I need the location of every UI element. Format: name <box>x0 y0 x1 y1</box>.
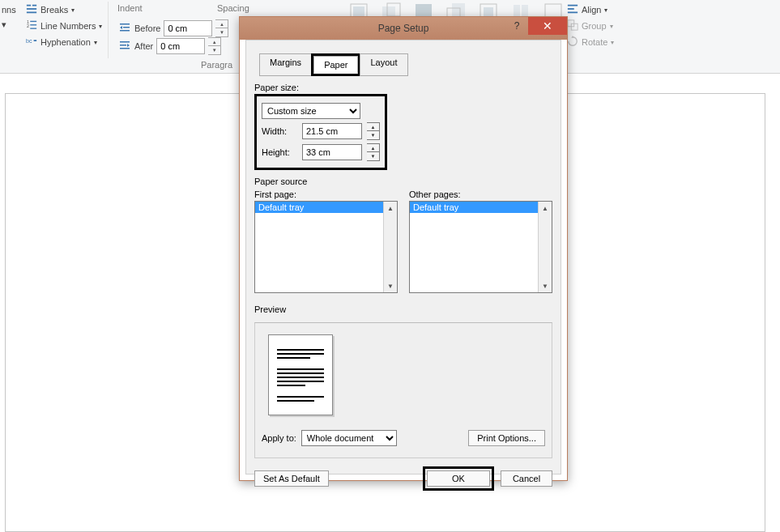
help-button[interactable]: ? <box>505 17 528 35</box>
other-pages-listbox[interactable]: Default tray ▲▼ <box>409 201 552 293</box>
after-label: After <box>134 41 153 51</box>
svg-rect-10 <box>34 40 37 41</box>
indent-left-icon <box>118 21 131 36</box>
svg-text:bc: bc <box>26 38 32 44</box>
svg-rect-5 <box>30 21 36 22</box>
svg-rect-8 <box>30 28 36 29</box>
tab-layout-label: Layout <box>370 57 397 67</box>
print-options-button[interactable]: Print Options... <box>468 430 545 446</box>
paper-size-select[interactable]: Custom size <box>262 103 360 119</box>
paper-source-label: Paper source <box>254 177 552 186</box>
preview-thumbnail <box>268 334 333 415</box>
dialog-titlebar: Page Setup ? ✕ <box>240 17 567 40</box>
tab-paper-label: Paper <box>324 60 347 70</box>
tab-layout[interactable]: Layout <box>360 53 407 76</box>
svg-rect-12 <box>123 27 130 28</box>
indent-after-spinner[interactable]: ▲▼ <box>208 37 221 55</box>
breaks-button[interactable]: Breaks ▾ <box>23 2 78 18</box>
hyphenation-button[interactable]: bc Hyphenation ▾ <box>23 34 100 50</box>
line-numbers-icon: 12 <box>26 19 37 32</box>
scrollbar[interactable]: ▲▼ <box>538 202 552 292</box>
rotate-icon <box>567 36 578 49</box>
before-label: Before <box>134 23 160 33</box>
width-spinner[interactable]: ▲▼ <box>367 122 380 140</box>
preview-box: Apply to: Whole document Print Options..… <box>254 322 552 458</box>
line-numbers-label: Line Numbers <box>40 21 96 31</box>
tab-margins[interactable]: Margins <box>259 53 312 76</box>
svg-rect-14 <box>120 41 130 43</box>
width-input[interactable] <box>302 123 362 139</box>
svg-rect-16 <box>120 48 130 49</box>
svg-rect-15 <box>120 45 126 46</box>
ok-button[interactable]: OK <box>427 470 490 487</box>
first-page-listbox[interactable]: Default tray ▲▼ <box>254 201 398 293</box>
group-icon <box>567 19 578 32</box>
svg-rect-22 <box>452 3 465 16</box>
paper-size-label: Paper size: <box>254 83 552 92</box>
height-spinner[interactable]: ▲▼ <box>367 143 380 161</box>
first-page-item[interactable]: Default tray <box>255 202 397 213</box>
breaks-icon <box>26 3 37 16</box>
set-as-default-button[interactable]: Set As Default <box>254 470 329 487</box>
rotate-label: Rotate <box>582 37 607 47</box>
preview-label: Preview <box>254 304 552 314</box>
svg-rect-0 <box>27 5 31 6</box>
page-setup-dialog: Page Setup ? ✕ Margins Paper Layout Pape… <box>239 16 568 481</box>
align-button[interactable]: Align ▾ <box>564 2 611 18</box>
line-numbers-button[interactable]: 12 Line Numbers ▾ <box>23 18 105 34</box>
chevron-down-icon: ▾ <box>94 39 97 46</box>
paragraph-group-label: Paragra <box>201 60 232 70</box>
breaks-label: Breaks <box>40 5 68 15</box>
indent-before-spinner[interactable]: ▲▼ <box>215 19 228 37</box>
svg-rect-31 <box>568 12 578 14</box>
height-label: Height: <box>262 147 297 157</box>
svg-rect-1 <box>32 5 36 6</box>
svg-rect-30 <box>568 8 574 10</box>
hyphenation-icon: bc <box>26 36 37 49</box>
rotate-button: Rotate ▾ <box>564 34 617 50</box>
width-label: Width: <box>262 126 297 136</box>
group-label: Group <box>582 21 607 31</box>
chevron-down-icon: ▾ <box>71 6 75 14</box>
columns-dropdown-icon[interactable]: ▾ <box>2 19 6 30</box>
other-pages-label: Other pages: <box>409 189 552 199</box>
dialog-tabs: Margins Paper Layout <box>259 53 552 76</box>
svg-rect-29 <box>568 5 578 6</box>
other-pages-item[interactable]: Default tray <box>410 202 552 213</box>
first-page-label: First page: <box>254 189 398 199</box>
svg-text:2: 2 <box>27 23 29 28</box>
indent-after-row: After ▲▼ <box>115 36 224 57</box>
align-icon <box>567 3 578 16</box>
dialog-title: Page Setup <box>378 23 429 34</box>
cancel-button[interactable]: Cancel <box>501 470 552 487</box>
columns-remnant: nns <box>2 5 16 15</box>
chevron-down-icon: ▾ <box>604 6 607 14</box>
apply-to-label: Apply to: <box>262 433 296 443</box>
svg-rect-2 <box>27 8 36 10</box>
close-button[interactable]: ✕ <box>528 17 567 35</box>
height-input[interactable] <box>302 144 362 160</box>
svg-rect-11 <box>120 23 130 25</box>
spacing-label: Spacing <box>217 3 249 13</box>
scrollbar[interactable]: ▲▼ <box>383 202 397 292</box>
indent-label: Indent <box>117 3 143 13</box>
svg-rect-7 <box>30 24 36 25</box>
tab-paper[interactable]: Paper <box>313 56 358 74</box>
tab-margins-label: Margins <box>270 57 301 67</box>
indent-right-icon <box>118 39 131 53</box>
indent-after-input[interactable] <box>156 38 205 54</box>
hyphenation-label: Hyphenation <box>40 37 91 47</box>
align-label: Align <box>582 5 601 15</box>
group-button: Group ▾ <box>564 18 616 34</box>
indent-before-input[interactable] <box>164 20 212 36</box>
chevron-down-icon: ▾ <box>99 23 102 30</box>
svg-rect-13 <box>120 30 130 32</box>
svg-rect-3 <box>27 12 36 14</box>
apply-to-select[interactable]: Whole document <box>301 430 397 446</box>
